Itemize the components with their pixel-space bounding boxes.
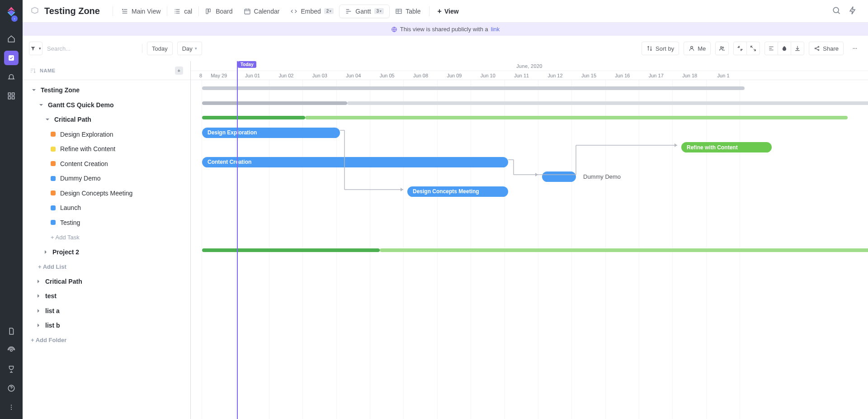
chevron-right-icon <box>42 249 49 255</box>
view-tab-table[interactable]: Table <box>390 5 426 18</box>
day-header: Jun 08 <box>404 71 437 80</box>
svg-point-7 <box>11 405 12 405</box>
nav-rail: › <box>0 0 23 419</box>
rail-pulse[interactable] <box>4 343 19 357</box>
chevron-down-icon <box>38 102 44 108</box>
rail-notifications[interactable] <box>4 70 19 84</box>
svg-point-18 <box>722 47 724 48</box>
day-header: Jun 17 <box>639 71 673 80</box>
tree-row[interactable]: Testing Zone <box>23 83 190 98</box>
day-header: Jun 02 <box>269 71 303 80</box>
task-bar[interactable]: Refine with Content <box>681 142 772 152</box>
tree-row[interactable]: Design Exploration <box>23 127 190 142</box>
view-tab-gantt[interactable]: Gantt3 ▾ <box>339 5 390 18</box>
summary-bar[interactable] <box>202 86 745 90</box>
svg-point-23 <box>854 48 855 49</box>
expand-button[interactable] <box>746 42 760 55</box>
tree-row[interactable]: test <box>23 289 190 304</box>
filter-button[interactable]: ▾ <box>29 42 42 55</box>
today-pill: Today <box>238 61 256 68</box>
tree-row[interactable]: Content Creation <box>23 157 190 171</box>
view-tab-embed[interactable]: Embed2 ▾ <box>285 5 339 18</box>
gantt-chart[interactable]: June, 2020 8May 29Jun 01Jun 02Jun 03Jun … <box>191 61 868 419</box>
add-button[interactable]: + <box>175 67 183 75</box>
svg-point-21 <box>818 49 819 50</box>
rail-docs[interactable] <box>4 324 19 338</box>
tree-row[interactable]: Project 2 <box>23 245 190 260</box>
rail-dashboards[interactable] <box>4 89 19 103</box>
me-filter[interactable]: Me <box>684 42 711 55</box>
status-square <box>51 190 56 195</box>
summary-bar[interactable] <box>347 101 868 105</box>
view-tab-calendar[interactable]: Calendar <box>238 5 285 18</box>
svg-point-17 <box>721 47 722 48</box>
more-button[interactable] <box>848 42 862 55</box>
tree-row[interactable]: list b <box>23 318 190 333</box>
task-bar[interactable]: Design Concepts Meeting <box>407 186 508 197</box>
share-button[interactable]: Share <box>809 42 844 55</box>
day-header: Jun 05 <box>370 71 404 80</box>
svg-marker-32 <box>535 173 538 176</box>
tree-row[interactable]: Critical Path <box>23 112 190 127</box>
status-square <box>51 176 56 181</box>
search-icon[interactable] <box>829 3 844 19</box>
summary-bar[interactable] <box>380 248 868 252</box>
tree-row[interactable]: Gantt CS Quick Demo <box>23 98 190 113</box>
view-tab-main[interactable]: Main View <box>116 5 166 18</box>
add-view-button[interactable]: +View <box>432 5 464 18</box>
globe-icon <box>391 26 397 33</box>
svg-rect-2 <box>12 93 14 95</box>
task-bar[interactable]: Content Creation <box>202 157 508 167</box>
chevron-right-icon <box>35 293 42 299</box>
add-row[interactable]: + Add List <box>23 259 190 274</box>
rail-tasks[interactable] <box>4 51 19 65</box>
svg-marker-28 <box>401 188 403 191</box>
add-row[interactable]: + Add Task <box>23 230 190 245</box>
summary-bar[interactable] <box>202 248 380 252</box>
settings-button[interactable] <box>764 42 778 55</box>
day-header: May 29 <box>202 71 236 80</box>
day-header: Jun 09 <box>438 71 471 80</box>
tree-row[interactable]: Critical Path <box>23 274 190 289</box>
rail-more[interactable] <box>4 400 19 414</box>
day-header: Jun 01 <box>236 71 269 80</box>
svg-point-24 <box>856 48 857 49</box>
public-share-banner: This view is shared publicly with a link <box>23 23 868 36</box>
download-button[interactable] <box>791 42 804 55</box>
view-tab-cal[interactable]: cal <box>168 5 198 18</box>
add-row[interactable]: + Add Folder <box>23 333 190 348</box>
svg-rect-12 <box>245 9 250 14</box>
summary-bar[interactable] <box>202 116 305 119</box>
automations-icon[interactable] <box>845 3 860 19</box>
task-bar[interactable] <box>542 171 576 182</box>
tree-row[interactable]: Dummy Demo <box>23 171 190 186</box>
today-button[interactable]: Today <box>147 42 173 55</box>
rail-home[interactable] <box>4 32 19 46</box>
sort-icon <box>30 67 36 74</box>
search-input[interactable] <box>47 42 137 55</box>
app-logo[interactable] <box>5 5 17 17</box>
collapse-button[interactable] <box>733 42 747 55</box>
rail-goals[interactable] <box>4 362 19 376</box>
sort-button[interactable]: Sort by <box>642 42 679 55</box>
view-tab-board[interactable]: Board <box>200 5 238 18</box>
tree-row[interactable]: Design Concepts Meeting <box>23 186 190 201</box>
tree-row[interactable]: Refine with Content <box>23 142 190 157</box>
scale-selector[interactable]: Day▾ <box>177 42 202 55</box>
summary-bar[interactable] <box>202 101 347 105</box>
tree-row[interactable]: Launch <box>23 200 190 215</box>
day-header: Jun 1 <box>707 71 740 80</box>
summary-bar[interactable] <box>305 116 848 119</box>
svg-point-22 <box>853 48 854 49</box>
status-square <box>51 147 56 152</box>
svg-rect-4 <box>12 97 14 99</box>
assignees-button[interactable] <box>715 42 729 55</box>
public-link[interactable]: link <box>491 26 500 33</box>
rail-help[interactable] <box>4 381 19 395</box>
tree-row[interactable]: list a <box>23 304 190 319</box>
color-button[interactable] <box>778 42 791 55</box>
today-line <box>237 61 238 419</box>
task-bar[interactable]: Design Exploration <box>202 128 340 138</box>
svg-rect-11 <box>209 9 211 12</box>
tree-row[interactable]: Testing <box>23 215 190 230</box>
